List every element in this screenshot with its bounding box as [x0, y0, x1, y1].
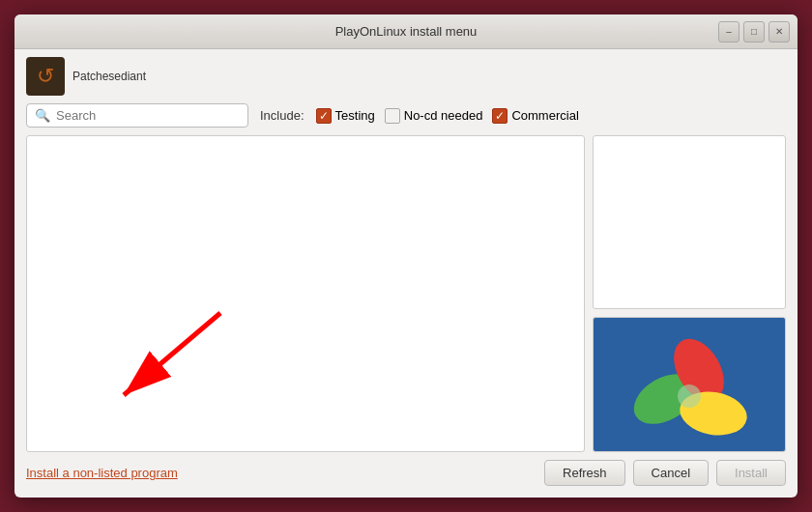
search-input[interactable]: [56, 108, 240, 123]
preview-panel: [593, 135, 786, 452]
minimize-button[interactable]: –: [718, 21, 740, 43]
install-non-listed-link[interactable]: Install a non-listed program: [26, 466, 178, 480]
svg-point-5: [678, 384, 701, 408]
top-bar: ↺ Patchesediant: [26, 57, 786, 96]
svg-line-1: [124, 313, 220, 395]
content-area: ↺ Patchesediant 🔍 Include: ✓ Testing No-…: [14, 49, 798, 498]
app-name: Patchesediant: [72, 70, 146, 83]
checkbox-group: ✓ Testing No-cd needed ✓ Commercial: [316, 108, 579, 124]
toolbar: 🔍 Include: ✓ Testing No-cd needed ✓ Comm…: [26, 103, 786, 128]
preview-bottom: [593, 317, 786, 452]
search-icon: 🔍: [35, 108, 50, 123]
main-panels: [26, 135, 786, 452]
search-box[interactable]: 🔍: [26, 103, 248, 128]
checkbox-commercial-box[interactable]: ✓: [492, 108, 508, 124]
app-icon-symbol: ↺: [37, 64, 54, 89]
checkbox-testing-box[interactable]: ✓: [316, 108, 332, 124]
pol-logo: [612, 327, 767, 442]
checkbox-testing[interactable]: ✓ Testing: [316, 108, 375, 124]
window-controls: – □ ✕: [718, 21, 790, 43]
list-panel[interactable]: [26, 135, 585, 452]
checkbox-commercial[interactable]: ✓ Commercial: [492, 108, 578, 124]
action-buttons: Refresh Cancel Install: [544, 460, 786, 486]
cancel-button[interactable]: Cancel: [633, 460, 709, 486]
checkbox-testing-label: Testing: [335, 108, 375, 123]
checkbox-nocd-box[interactable]: [385, 108, 400, 124]
preview-top: [593, 135, 786, 309]
install-button[interactable]: Install: [716, 460, 786, 486]
arrow-svg: [66, 303, 240, 419]
main-window: PlayOnLinux install menu – □ ✕ ↺ Patches…: [14, 14, 798, 498]
app-icon: ↺: [26, 57, 65, 96]
maximize-button[interactable]: □: [743, 21, 765, 43]
refresh-button[interactable]: Refresh: [544, 460, 625, 486]
arrow-area: [66, 303, 240, 422]
checkbox-commercial-label: Commercial: [511, 108, 578, 123]
window-title: PlayOnLinux install menu: [335, 24, 478, 39]
titlebar: PlayOnLinux install menu – □ ✕: [14, 14, 798, 49]
checkbox-nocd-label: No-cd needed: [404, 108, 483, 123]
checkbox-nocd[interactable]: No-cd needed: [385, 108, 483, 124]
include-label: Include:: [260, 108, 304, 123]
close-button[interactable]: ✕: [768, 21, 790, 43]
bottom-bar: Install a non-listed program Refresh Can…: [26, 460, 786, 490]
